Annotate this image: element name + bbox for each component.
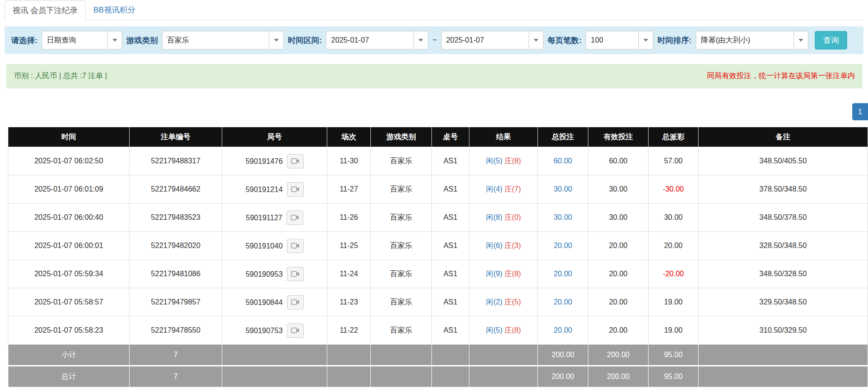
valid-bet-cell: 20.00	[588, 317, 649, 345]
total-bet-cell: 60.00	[538, 147, 588, 175]
query-type-select[interactable]: 日期查询	[42, 31, 122, 50]
time-range-label: 时间区间:	[288, 35, 322, 46]
round-id: 590191214	[245, 185, 282, 193]
table-no-cell: AS1	[432, 288, 469, 317]
total-bet-link[interactable]: 20.00	[554, 298, 572, 306]
session-cell: 11-30	[327, 147, 371, 175]
date-to-value: 2025-01-07	[442, 31, 529, 49]
table-row: 2025-01-07 06:02:50 522179488317 5901914…	[8, 147, 868, 175]
player-result: 闲(5)	[486, 157, 503, 165]
chevron-down-icon[interactable]	[107, 31, 122, 49]
payout-cell: 19.00	[649, 317, 699, 345]
query-type-label: 请选择:	[11, 35, 37, 46]
round-replay-button[interactable]	[287, 323, 304, 338]
total-bet-link[interactable]: 30.00	[554, 185, 572, 193]
bet-id-cell: 522179483523	[130, 204, 222, 232]
banker-result: 庄(8)	[505, 157, 521, 165]
header-payout: 总派彩	[649, 127, 699, 147]
bet-id-cell: 522179479857	[130, 288, 222, 317]
chevron-down-icon[interactable]	[529, 31, 543, 49]
game-type-select[interactable]: 百家乐	[162, 31, 284, 50]
table-no-cell: AS1	[432, 260, 469, 288]
round-cell: 590190753	[222, 317, 327, 345]
summary-bar: 币别 : 人民币 | 总共 :7 注单 | 同局有效投注，统一计算在该局第一张注…	[6, 64, 862, 88]
chevron-down-icon[interactable]	[269, 31, 283, 49]
bet-id-cell: 522179482020	[130, 232, 222, 260]
banker-result: 庄(8)	[505, 270, 521, 278]
time-cell: 2025-01-07 06:00:40	[8, 204, 130, 232]
table-header-row: 时间 注单编号 局号 场次 游戏类别 桌号 结果 总投注 有效投注 总派彩 备注	[8, 127, 868, 147]
grand-total-label: 总计	[8, 366, 130, 387]
round-id: 590191476	[245, 157, 282, 165]
table-no-cell: AS1	[432, 204, 469, 232]
search-button[interactable]: 查询	[815, 31, 847, 50]
subtotal-count: 7	[130, 345, 222, 366]
date-to-select[interactable]: 2025-01-07	[441, 31, 543, 50]
chevron-down-icon[interactable]	[793, 31, 808, 49]
player-result: 闲(9)	[486, 270, 503, 278]
table-row: 2025-01-07 06:00:01 522179482020 5901910…	[8, 232, 868, 260]
total-bet-link[interactable]: 20.00	[554, 270, 572, 278]
round-id: 590190844	[245, 298, 282, 306]
total-bet-cell: 30.00	[538, 204, 588, 232]
total-bet-cell: 20.00	[538, 317, 588, 345]
round-replay-button[interactable]	[287, 267, 304, 281]
valid-bet-cell: 20.00	[588, 232, 649, 260]
session-cell: 11-23	[327, 288, 371, 317]
date-from-select[interactable]: 2025-01-07	[326, 31, 428, 50]
sort-order-select[interactable]: 降幂(由大到小)	[696, 31, 808, 50]
subtotal-row: 小计 7 200.00 200.00 95.00	[8, 345, 868, 366]
bet-id-cell: 522179478550	[130, 317, 222, 345]
empty-cell	[327, 345, 371, 366]
result-cell: 闲(5) 庄(8)	[469, 147, 538, 175]
remark-cell: 378.50/348.50	[699, 175, 868, 204]
tab-bb-video-points[interactable]: BB视讯积分	[86, 0, 144, 20]
page-size-select[interactable]: 100	[586, 31, 653, 50]
round-replay-button[interactable]	[287, 211, 303, 225]
valid-bet-cell: 30.00	[588, 175, 649, 204]
round-replay-button[interactable]	[287, 295, 304, 310]
player-result: 闲(6)	[486, 242, 503, 249]
payout-cell: -30.00	[649, 175, 699, 204]
sort-order-value: 降幂(由大到小)	[696, 31, 793, 49]
round-replay-button[interactable]	[287, 182, 304, 197]
time-cell: 2025-01-07 05:58:57	[8, 288, 130, 317]
player-result: 闲(4)	[486, 185, 503, 193]
payout-cell: 19.00	[649, 288, 699, 317]
tab-betting-records[interactable]: 视讯 会员下注纪录	[5, 0, 86, 20]
header-session: 场次	[327, 127, 371, 147]
header-table-no: 桌号	[432, 127, 469, 147]
chevron-down-icon[interactable]	[638, 31, 653, 49]
grand-total-row: 总计 7 200.00 200.00 95.00	[8, 366, 868, 387]
banker-result: 庄(7)	[505, 185, 521, 193]
range-separator: ~	[432, 36, 437, 44]
game-type-value: 百家乐	[162, 31, 269, 49]
session-cell: 11-27	[327, 175, 371, 204]
remark-cell: 329.50/348.50	[699, 288, 868, 317]
game-type-cell: 百家乐	[371, 147, 432, 175]
currency-total-text: 币别 : 人民币 | 总共 :7 注单 |	[14, 71, 107, 81]
round-cell: 590191040	[222, 232, 327, 260]
page-1-button[interactable]: 1	[852, 103, 868, 120]
header-total-bet: 总投注	[538, 127, 588, 147]
date-from-value: 2025-01-07	[326, 31, 413, 49]
game-type-cell: 百家乐	[371, 317, 432, 345]
total-bet-link[interactable]: 30.00	[554, 213, 572, 221]
table-no-cell: AS1	[432, 147, 469, 175]
total-bet-link[interactable]: 20.00	[554, 326, 572, 334]
total-bet-link[interactable]: 20.00	[554, 242, 572, 249]
game-type-cell: 百家乐	[371, 260, 432, 288]
total-bet-link[interactable]: 60.00	[554, 157, 572, 165]
video-camera-icon	[291, 299, 300, 305]
round-replay-button[interactable]	[287, 239, 304, 253]
round-replay-button[interactable]	[287, 154, 304, 168]
game-type-cell: 百家乐	[371, 232, 432, 260]
valid-bet-cell: 20.00	[588, 260, 649, 288]
total-bet-cell: 20.00	[538, 260, 588, 288]
round-id: 590191127	[246, 213, 282, 221]
chevron-down-icon[interactable]	[413, 31, 428, 49]
session-cell: 11-26	[327, 204, 371, 232]
grand-total-count: 7	[130, 366, 222, 387]
header-valid-bet: 有效投注	[588, 127, 649, 147]
same-round-note: 同局有效投注，统一计算在该局第一张注单内	[707, 71, 855, 81]
